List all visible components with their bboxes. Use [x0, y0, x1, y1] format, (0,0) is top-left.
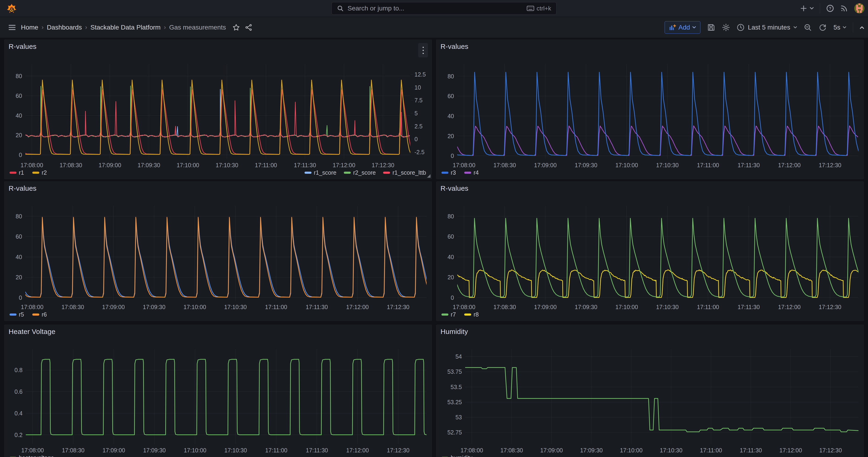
legend-label: r1_score [314, 169, 336, 176]
legend-item-heatervoltage[interactable]: heatervoltage [9, 454, 54, 457]
panel-r-values-1: R-values02040608017:08:0017:08:3017:09:0… [436, 39, 864, 179]
y-axis-tick-label: 53.25 [447, 399, 462, 405]
series-line-r8 [457, 270, 859, 298]
y-axis-tick-label: 0.8 [14, 367, 23, 373]
y-axis-tick-label: 60 [447, 93, 454, 99]
panel-legend: humidity [441, 452, 859, 457]
panel-legend: r1r2r1_scorer2_scorer1_score_lttb [9, 167, 427, 178]
y-axis-tick-label: 40 [447, 254, 454, 260]
legend-item-humidity[interactable]: humidity [441, 454, 472, 457]
legend-label: r8 [473, 311, 478, 318]
series-line-r6 [9, 217, 432, 297]
series-line-r1 [10, 90, 428, 154]
y-axis-tick-label: 20 [447, 274, 454, 280]
legend-swatch [32, 313, 39, 315]
y-axis-tick-label: 0 [451, 295, 454, 301]
y-axis-tick-label: 0 [19, 152, 22, 158]
y-axis-tick-label: 53.75 [447, 368, 462, 375]
panel-plot[interactable]: 02040608017:08:0017:08:3017:09:0017:09:3… [436, 40, 864, 179]
legend-item-r2[interactable]: r2 [32, 169, 47, 176]
legend-item-r4[interactable]: r4 [464, 169, 478, 176]
legend-swatch [32, 172, 39, 174]
y-axis-tick-label: 52.75 [447, 429, 462, 436]
series-line-r1_score [25, 89, 410, 137]
y-axis-tick-label: 20 [16, 132, 22, 139]
legend-swatch [441, 313, 448, 315]
y-axis-tick-label: 60 [447, 233, 454, 240]
y-axis-tick-label: 53 [455, 414, 462, 421]
y-axis-tick-label: 80 [16, 213, 22, 219]
right-y-axis-tick-label: 12.5 [414, 71, 426, 78]
legend-item-r8[interactable]: r8 [464, 311, 478, 318]
y-axis-tick-label: 80 [447, 73, 454, 80]
series-line-r4 [457, 126, 858, 156]
y-axis-tick-label: 0.4 [14, 410, 23, 417]
y-axis-tick-label: 0 [451, 153, 454, 159]
right-y-axis-tick-label: 0 [414, 136, 418, 142]
panel-plot[interactable]: 52.755353.2553.553.755417:08:0017:08:301… [436, 325, 864, 457]
y-axis-tick-label: 20 [447, 133, 454, 139]
legend-swatch [464, 172, 471, 174]
legend-swatch [9, 313, 17, 315]
legend-swatch [305, 172, 311, 174]
legend-label: r4 [473, 169, 478, 176]
right-y-axis-tick-label: 2.5 [414, 123, 423, 129]
legend-label: r1 [19, 169, 24, 176]
y-axis-tick-label: 0.2 [14, 432, 23, 438]
legend-item-r5[interactable]: r5 [9, 311, 24, 318]
dashboard-canvas: R-values020406080-2.502.557.51012.517:08… [0, 0, 868, 457]
panel-r-values-2: R-values02040608017:08:0017:08:3017:09:0… [4, 181, 432, 321]
panel-plot[interactable]: 0.20.40.60.817:08:0017:08:3017:09:0017:0… [4, 325, 432, 457]
legend-label: r2 [41, 169, 47, 176]
legend-item-r7[interactable]: r7 [441, 311, 456, 318]
series-line-heatervoltage [9, 359, 432, 435]
panel-legend-right-group: r1_scorer2_scorer1_score_lttb [305, 167, 426, 178]
panel-plot[interactable]: 02040608017:08:0017:08:3017:09:0017:09:3… [436, 182, 864, 321]
legend-label: r7 [451, 311, 456, 318]
series-line-r7 [441, 218, 864, 297]
y-axis-tick-label: 53.5 [451, 384, 462, 390]
legend-swatch [383, 172, 390, 174]
right-y-axis-tick-label: 7.5 [414, 97, 423, 103]
legend-label: r6 [41, 311, 47, 318]
y-axis-tick-label: 0 [19, 295, 22, 301]
legend-swatch [441, 172, 448, 174]
y-axis-tick-label: 40 [447, 113, 454, 119]
panel-heater-voltage-4: Heater Voltage0.20.40.60.817:08:0017:08:… [4, 325, 432, 457]
legend-item-r1_score[interactable]: r1_score [305, 169, 336, 176]
legend-label: heatervoltage [19, 454, 54, 457]
legend-swatch [9, 172, 17, 174]
y-axis-tick-label: 40 [16, 112, 22, 119]
panel-legend: r3r4 [441, 167, 859, 178]
legend-label: r3 [451, 169, 456, 176]
legend-label: humidity [451, 454, 472, 457]
y-axis-tick-label: 54 [455, 353, 462, 360]
legend-item-r2_score[interactable]: r2_score [344, 169, 376, 176]
panel-r-values-3: R-values02040608017:08:0017:08:3017:09:0… [436, 181, 864, 321]
legend-item-r6[interactable]: r6 [32, 311, 47, 318]
series-line-humidity [465, 367, 859, 432]
y-axis-tick-label: 60 [16, 233, 22, 240]
panel-legend: heatervoltage [9, 452, 427, 457]
series-line-r1_score_lttb [25, 101, 410, 137]
panel-plot[interactable]: 02040608017:08:0017:08:3017:09:0017:09:3… [4, 182, 432, 321]
legend-item-r1_score_lttb[interactable]: r1_score_lttb [383, 169, 426, 176]
y-axis-tick-label: 60 [16, 93, 22, 99]
panel-legend: r7r8 [441, 309, 859, 320]
panel-plot[interactable]: 020406080-2.502.557.51012.517:08:0017:08… [4, 40, 432, 179]
y-axis-tick-label: 80 [447, 213, 454, 219]
legend-label: r5 [19, 311, 24, 318]
panel-legend: r5r6 [9, 309, 427, 320]
legend-swatch [464, 313, 471, 315]
right-y-axis-tick-label: 10 [414, 84, 421, 91]
panel-r-values-0: R-values020406080-2.502.557.51012.517:08… [4, 39, 432, 179]
series-line-r3 [441, 72, 864, 155]
right-y-axis-tick-label: -2.5 [414, 149, 425, 155]
right-y-axis-tick-label: 5 [414, 110, 418, 117]
y-axis-tick-label: 40 [16, 254, 22, 260]
series-line-r2_score [25, 86, 410, 138]
legend-swatch [344, 172, 351, 174]
panel-humidity-5: Humidity52.755353.2553.553.755417:08:001… [436, 325, 864, 457]
legend-item-r3[interactable]: r3 [441, 169, 456, 176]
legend-item-r1[interactable]: r1 [9, 169, 24, 176]
